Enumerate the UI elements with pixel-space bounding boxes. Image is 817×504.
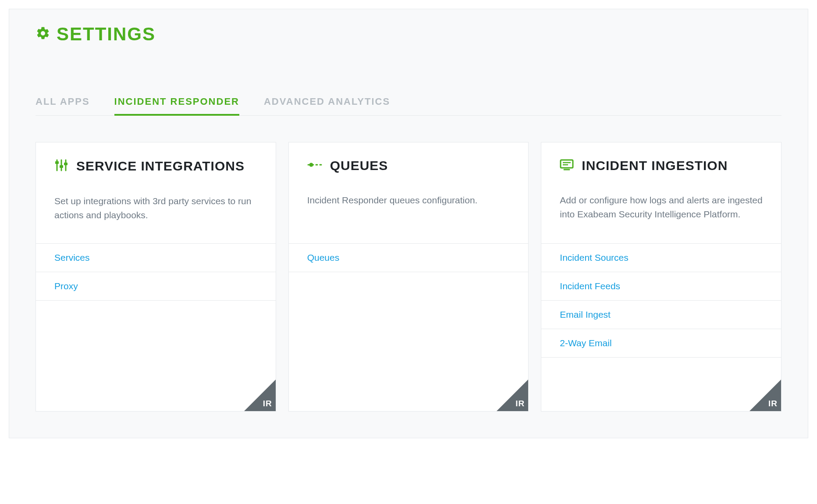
link-2-way-email[interactable]: 2-Way Email — [541, 329, 781, 358]
card-links: Queues — [289, 243, 529, 272]
svg-rect-4 — [60, 165, 63, 168]
link-incident-sources[interactable]: Incident Sources — [541, 244, 781, 272]
card-title: Service Integrations — [76, 160, 245, 173]
card-badge: IR — [768, 399, 778, 408]
card-title: Queues — [330, 159, 388, 172]
tab-advanced-analytics[interactable]: Advanced Analytics — [264, 92, 390, 115]
card-badge: IR — [515, 399, 525, 408]
sliders-icon — [54, 159, 68, 173]
card-incident-ingestion: Incident Ingestion Add or configure how … — [541, 142, 781, 412]
card-header: Queues Incident Responder queues configu… — [289, 142, 529, 243]
tab-all-apps[interactable]: All Apps — [36, 92, 90, 115]
card-header: Service Integrations Set up integrations… — [36, 142, 276, 243]
card-links: Incident Sources Incident Feeds Email In… — [541, 243, 781, 358]
link-queues[interactable]: Queues — [289, 244, 529, 272]
queue-icon — [307, 162, 322, 170]
svg-rect-5 — [64, 163, 67, 165]
settings-window: Settings All Apps Incident Responder Adv… — [9, 9, 808, 438]
gear-icon — [36, 26, 50, 43]
link-proxy[interactable]: Proxy — [36, 272, 276, 301]
card-links: Services Proxy — [36, 243, 276, 301]
card-description: Set up integrations with 3rd party servi… — [54, 194, 257, 222]
card-description: Add or configure how logs and alerts are… — [560, 193, 763, 221]
tab-incident-responder[interactable]: Incident Responder — [114, 92, 239, 115]
card-header: Incident Ingestion Add or configure how … — [541, 142, 781, 243]
page-header: Settings — [36, 25, 781, 43]
tabs: All Apps Incident Responder Advanced Ana… — [36, 92, 781, 116]
link-email-ingest[interactable]: Email Ingest — [541, 301, 781, 329]
link-incident-feeds[interactable]: Incident Feeds — [541, 272, 781, 301]
link-services[interactable]: Services — [36, 244, 276, 272]
settings-cards: Service Integrations Set up integrations… — [36, 142, 781, 412]
svg-rect-3 — [55, 161, 59, 164]
card-badge: IR — [263, 399, 272, 408]
ingestion-icon — [560, 159, 574, 172]
card-service-integrations: Service Integrations Set up integrations… — [36, 142, 276, 412]
svg-point-7 — [309, 163, 313, 167]
svg-rect-8 — [561, 160, 573, 168]
card-title: Incident Ingestion — [582, 159, 728, 172]
page-title: Settings — [57, 25, 156, 43]
card-queues: Queues Incident Responder queues configu… — [288, 142, 529, 412]
card-description: Incident Responder queues configuration. — [307, 193, 510, 207]
